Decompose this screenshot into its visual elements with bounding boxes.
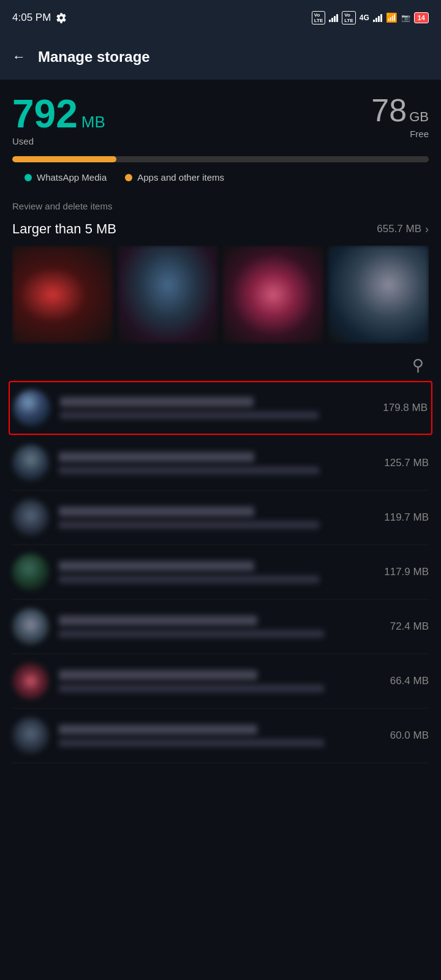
battery-indicator: 14 [414, 12, 429, 23]
chat-size-6: 60.0 MB [390, 729, 429, 742]
chat-item-4[interactable]: 72.4 MB [12, 600, 429, 654]
legend-apps-label: Apps and other items [137, 172, 224, 183]
chat-preview-blur-4 [59, 630, 324, 638]
chat-item-3[interactable]: 117.9 MB [12, 545, 429, 600]
chat-info-2 [59, 507, 384, 529]
status-time: 4:05 PM [12, 12, 67, 24]
chat-size-3: 117.9 MB [384, 566, 429, 578]
status-bar: 4:05 PM VoLTE VoLTE 4G 📶 📷 14 [0, 0, 441, 34]
chat-list: 179.8 MB 125.7 MB 119.7 MB [12, 381, 429, 763]
free-storage-block: 78 GB Free [371, 94, 429, 139]
chat-info-6 [59, 725, 390, 747]
chat-info-4 [59, 616, 390, 638]
volte-icon-2: VoLTE [342, 11, 356, 24]
review-section-header: Review and delete items [12, 201, 429, 211]
larger-than-size-value: 655.7 MB [377, 223, 421, 235]
battery-level: 14 [418, 14, 425, 21]
thumbnail-4[interactable] [328, 246, 429, 344]
larger-than-label: Larger than 5 MB [12, 221, 116, 237]
used-label: Used [12, 136, 105, 146]
chat-avatar-5 [12, 663, 49, 699]
free-amount: 78 [371, 94, 407, 126]
chat-name-blur-0 [60, 397, 254, 407]
chat-preview-blur-0 [60, 412, 318, 419]
larger-than-row[interactable]: Larger than 5 MB 655.7 MB › [12, 221, 429, 237]
chat-item-1[interactable]: 125.7 MB [12, 436, 429, 491]
page-header: ← Manage storage [0, 34, 441, 80]
chat-avatar-1 [12, 445, 49, 481]
larger-than-size: 655.7 MB › [377, 223, 429, 236]
storage-progress-bar [12, 156, 429, 162]
main-content: 792 MB Used 78 GB Free WhatsApp Media Ap… [0, 80, 441, 778]
chat-item-6[interactable]: 60.0 MB [12, 709, 429, 763]
chat-name-blur-6 [59, 725, 257, 734]
thumbnail-2[interactable] [118, 246, 218, 344]
chat-name-blur-1 [59, 452, 254, 462]
chat-size-5: 66.4 MB [390, 675, 429, 687]
chat-avatar-2 [12, 499, 49, 536]
chat-name-blur-2 [59, 507, 254, 516]
chat-info-0 [60, 397, 383, 419]
storage-legend: WhatsApp Media Apps and other items [12, 172, 429, 183]
chat-item-2[interactable]: 119.7 MB [12, 491, 429, 545]
search-row: ⚲ [12, 356, 429, 375]
chat-avatar-3 [12, 554, 49, 590]
back-button[interactable]: ← [12, 49, 26, 65]
used-amount: 792 [12, 94, 78, 134]
chat-avatar-6 [12, 717, 49, 754]
chat-preview-blur-2 [59, 521, 319, 529]
signal-bars-1 [329, 13, 338, 22]
chat-preview-blur-3 [59, 576, 319, 583]
legend-dot-orange [125, 174, 132, 181]
volte-icon-1: VoLTE [312, 11, 326, 24]
chat-info-5 [59, 670, 390, 692]
progress-bar-fill [12, 156, 116, 162]
gear-icon [56, 12, 67, 23]
chat-name-blur-3 [59, 561, 254, 571]
legend-whatsapp-label: WhatsApp Media [37, 172, 107, 183]
free-unit: GB [409, 109, 429, 125]
chat-size-2: 119.7 MB [384, 511, 429, 524]
chat-name-blur-4 [59, 616, 257, 625]
status-right-icons: VoLTE VoLTE 4G 📶 📷 14 [312, 11, 429, 24]
chat-item-0[interactable]: 179.8 MB [9, 381, 432, 435]
wifi-icon: 📶 [386, 12, 398, 23]
extra-icon: 📷 [401, 13, 410, 22]
chat-info-1 [59, 452, 384, 474]
chat-preview-blur-1 [59, 467, 319, 474]
chevron-right-icon: › [425, 223, 429, 236]
thumbnail-1[interactable] [12, 246, 113, 344]
chat-avatar-0 [13, 390, 50, 426]
chat-name-blur-5 [59, 670, 257, 680]
storage-stats: 792 MB Used 78 GB Free [12, 94, 429, 146]
chat-size-4: 72.4 MB [390, 620, 429, 633]
free-label: Free [371, 129, 429, 139]
search-icon[interactable]: ⚲ [412, 356, 424, 375]
legend-dot-green [24, 174, 32, 181]
used-unit: MB [81, 113, 105, 132]
chat-avatar-4 [12, 608, 49, 645]
chat-preview-blur-5 [59, 685, 324, 692]
chat-info-3 [59, 561, 384, 583]
chat-size-0: 179.8 MB [383, 402, 428, 414]
legend-apps-other: Apps and other items [125, 172, 224, 183]
chat-size-1: 125.7 MB [384, 457, 429, 469]
page-title: Manage storage [38, 48, 150, 66]
thumbnail-grid[interactable] [12, 246, 429, 344]
time-display: 4:05 PM [12, 12, 51, 24]
used-storage-block: 792 MB Used [12, 94, 105, 146]
signal-bars-2 [373, 13, 382, 22]
4g-label: 4G [360, 13, 369, 22]
legend-whatsapp-media: WhatsApp Media [24, 172, 107, 183]
chat-preview-blur-6 [59, 739, 324, 747]
thumbnail-3[interactable] [223, 246, 323, 344]
chat-item-5[interactable]: 66.4 MB [12, 654, 429, 709]
